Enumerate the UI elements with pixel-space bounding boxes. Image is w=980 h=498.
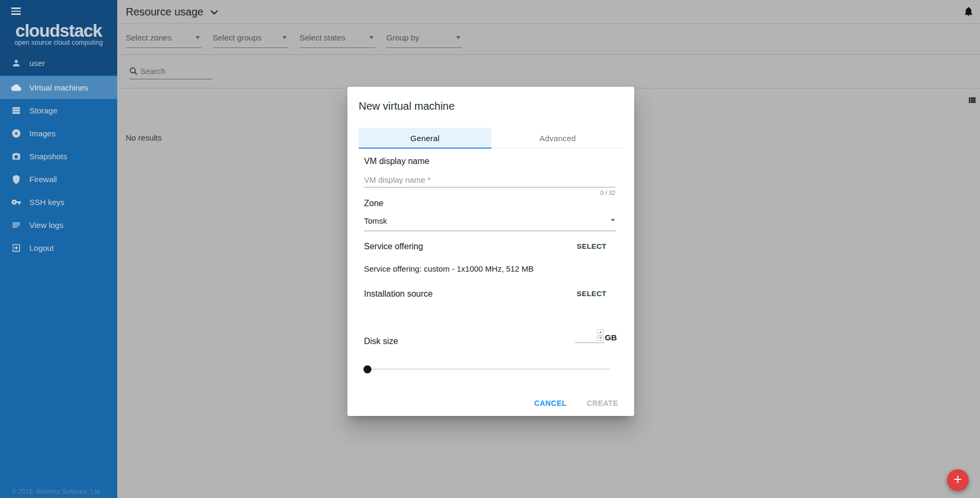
tab-advanced[interactable]: Advanced [491, 128, 624, 148]
char-counter: 0 / 32 [364, 190, 615, 196]
disk-size-label: Disk size [364, 337, 398, 346]
tab-general[interactable]: General [359, 128, 491, 148]
create-button[interactable]: CREATE [580, 394, 625, 412]
dialog-actions: CANCEL CREATE [528, 394, 625, 412]
service-offering-select-button[interactable]: SELECT [577, 242, 606, 250]
service-offering-label: Service offering [364, 242, 423, 251]
installation-source-select-button[interactable]: SELECT [577, 290, 606, 298]
disk-size-slider-thumb[interactable] [363, 365, 371, 373]
caret-down-icon [599, 337, 602, 339]
stepper-down-button[interactable] [597, 336, 604, 341]
plus-icon: + [954, 472, 962, 487]
new-vm-dialog: New virtual machine General Advanced VM … [347, 87, 634, 416]
zone-label: Zone [364, 199, 383, 208]
disk-size-unit: GB [605, 333, 617, 342]
vm-display-name-label: VM display name [364, 157, 430, 166]
add-vm-fab-button[interactable]: + [947, 469, 969, 491]
caret-up-icon [599, 331, 602, 333]
service-offering-summary: Service offering: custom - 1x1000 MHz, 5… [364, 264, 533, 273]
dialog-title: New virtual machine [359, 100, 455, 112]
cancel-button[interactable]: CANCEL [528, 394, 573, 412]
zone-select[interactable]: Tomsk [364, 216, 615, 231]
disk-size-slider-track[interactable] [365, 369, 610, 370]
tab-general-label: General [410, 134, 440, 143]
vm-display-name-input[interactable] [364, 174, 615, 187]
disk-size-stepper [597, 329, 604, 341]
dialog-tabs: General Advanced [359, 128, 624, 148]
app-root: cloudstack open source cloud computing u… [0, 0, 980, 498]
caret-down-icon [611, 219, 615, 222]
installation-source-label: Installation source [364, 289, 433, 299]
tab-advanced-label: Advanced [539, 134, 576, 143]
stepper-up-button[interactable] [597, 329, 604, 335]
zone-value: Tomsk [364, 216, 387, 225]
